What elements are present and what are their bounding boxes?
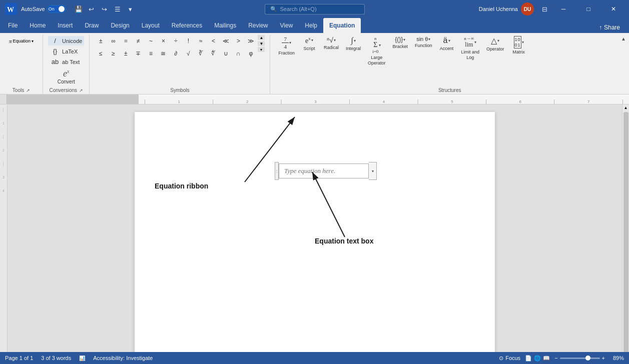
integral-button[interactable]: ∫ ▾ Integral: [343, 35, 364, 52]
matrix-label: Matrix: [512, 50, 525, 55]
sym-equiv[interactable]: ≡: [145, 48, 157, 60]
web-layout-button[interactable]: 🌐: [533, 354, 541, 362]
view-buttons: 📄 🌐 📖: [524, 354, 550, 362]
sym-scroll-up[interactable]: ▲: [258, 35, 265, 40]
sym-inf[interactable]: ∞: [107, 35, 119, 47]
scroll-up-button[interactable]: ▲: [623, 104, 629, 111]
sym-cbrt[interactable]: ∛: [195, 48, 207, 60]
sym-scroll-down[interactable]: ▼: [258, 41, 265, 46]
redo-icon-btn[interactable]: ↪: [99, 4, 110, 14]
radical-button[interactable]: ⁿ√ ▾ Radical: [321, 35, 342, 52]
sym-gt[interactable]: >: [232, 35, 244, 47]
text-button[interactable]: ab ab Text: [48, 57, 82, 66]
tab-design[interactable]: Design: [105, 18, 135, 33]
sym-cong[interactable]: ≅: [157, 48, 169, 60]
sym-gg[interactable]: ≫: [245, 35, 257, 47]
sym-times[interactable]: ×: [157, 35, 169, 47]
focus-button[interactable]: ⊙ Focus: [499, 355, 520, 362]
equation-handle[interactable]: ⋮: [275, 162, 279, 180]
sym-sqrt[interactable]: √: [182, 48, 194, 60]
zoom-thumb[interactable]: [585, 356, 590, 360]
tab-references[interactable]: References: [166, 18, 208, 33]
tab-equation[interactable]: Equation: [323, 18, 361, 33]
sym-eq[interactable]: =: [120, 35, 132, 47]
minimize-button[interactable]: ─: [552, 0, 575, 18]
sym-ll[interactable]: ≪: [220, 35, 232, 47]
sym-leq[interactable]: ≤: [95, 48, 107, 60]
tools-expand-icon[interactable]: ↗: [26, 88, 30, 93]
sym-mp[interactable]: ∓: [132, 48, 144, 60]
autosave-toggle[interactable]: On: [47, 5, 66, 13]
tab-help[interactable]: Help: [299, 18, 323, 33]
sym-cap[interactable]: ∩: [232, 48, 244, 60]
function-button[interactable]: sin θ ▾ Function: [412, 35, 435, 50]
convert-button[interactable]: ex Convert: [54, 68, 79, 86]
script-button[interactable]: ex ▾ Script: [299, 35, 320, 52]
sym-scroll-more[interactable]: ▾: [258, 47, 265, 52]
sym-partial[interactable]: ∂: [170, 48, 182, 60]
undo-icon-btn[interactable]: ↩: [86, 4, 97, 14]
search-box[interactable]: 🔍 Search (Alt+Q): [265, 4, 365, 14]
operator-button[interactable]: △ ▾ Operator: [483, 35, 507, 53]
user-avatar[interactable]: DU: [521, 2, 534, 16]
sym-phi[interactable]: φ: [245, 48, 257, 60]
ribbon-collapse-button[interactable]: ▲: [620, 35, 627, 42]
zoom-in-button[interactable]: +: [602, 355, 605, 361]
sym-4rt[interactable]: ∜: [207, 48, 219, 60]
unicode-button[interactable]: / Unicode: [48, 36, 84, 46]
large-operator-button[interactable]: nΣi=0 ▾ LargeOperator: [365, 35, 389, 67]
sym-approx[interactable]: ≈: [195, 35, 207, 47]
zoom-slider[interactable]: − +: [554, 355, 605, 361]
save-icon-btn[interactable]: 💾: [73, 4, 84, 14]
scroll-thumb[interactable]: [623, 112, 628, 354]
ruler-bar: │ 1 │ 2 │ 3 │ 4 │ 5 │ 6 │ 7 │: [0, 94, 629, 104]
sym-pm[interactable]: ±: [95, 35, 107, 47]
zoom-level[interactable]: 89%: [609, 355, 624, 361]
accessibility-status[interactable]: Accessibility: Investigate: [93, 355, 153, 361]
sym-pm2[interactable]: ±: [120, 48, 132, 60]
left-margin-ruler: │ 1 │ 2 │ 3 4: [0, 104, 8, 362]
list-icon-btn[interactable]: ☰: [112, 4, 123, 14]
maximize-button[interactable]: □: [577, 0, 600, 18]
zoom-track[interactable]: [560, 358, 600, 359]
tab-mailings[interactable]: Mailings: [208, 18, 242, 33]
share-button[interactable]: ↑ Share: [594, 22, 625, 33]
tab-view[interactable]: View: [274, 18, 299, 33]
tab-file[interactable]: File: [2, 18, 24, 33]
latex-button[interactable]: {} LaTeX: [48, 46, 80, 56]
limit-log-button[interactable]: n→∞lim ▾ Limit andLog: [458, 35, 483, 62]
tab-home[interactable]: Home: [24, 18, 52, 33]
title-bar-right: Daniel Uchenna DU ⊟ ─ □ ✕: [470, 0, 625, 18]
sym-lt[interactable]: <: [207, 35, 219, 47]
tab-draw[interactable]: Draw: [79, 18, 105, 33]
vertical-scrollbar[interactable]: ▲ ▼: [622, 104, 629, 362]
sym-div[interactable]: ÷: [170, 35, 182, 47]
sym-tilde[interactable]: ~: [145, 35, 157, 47]
bracket-label: Bracket: [393, 44, 408, 50]
close-button[interactable]: ✕: [602, 0, 625, 18]
equation-input[interactable]: [279, 164, 369, 178]
tab-layout[interactable]: Layout: [136, 18, 166, 33]
sym-neq[interactable]: ≠: [132, 35, 144, 47]
operator-content: △ ▾: [491, 36, 499, 46]
conversions-expand-icon[interactable]: ↗: [79, 88, 83, 93]
equation-arrow: ▾: [32, 39, 34, 44]
sym-geq[interactable]: ≥: [107, 48, 119, 60]
document-area[interactable]: ⋮ ▾ Equation ribbon Equation text box: [8, 104, 622, 362]
equation-dropdown-button[interactable]: ▾: [369, 162, 377, 180]
bracket-button[interactable]: {()} ▾ Bracket: [390, 35, 411, 50]
dropdown-icon-btn[interactable]: ▾: [125, 4, 136, 14]
sym-cup[interactable]: ∪: [220, 48, 232, 60]
tab-review[interactable]: Review: [242, 18, 274, 33]
read-mode-button[interactable]: 📖: [542, 354, 550, 362]
matrix-button[interactable]: 1001 ▾ Matrix: [508, 35, 529, 56]
ribbon-display-icon[interactable]: ⊟: [539, 4, 550, 14]
accent-arrow: ▾: [448, 38, 450, 43]
fraction-button[interactable]: 74 ▾ Fraction: [275, 35, 298, 57]
accent-button[interactable]: ä ▾ Accent: [436, 35, 457, 52]
zoom-out-button[interactable]: −: [554, 355, 557, 361]
print-layout-button[interactable]: 📄: [524, 354, 532, 362]
equation-button[interactable]: π Equation ▾: [5, 36, 38, 46]
tab-insert[interactable]: Insert: [52, 18, 79, 33]
sym-excl[interactable]: !: [182, 35, 194, 47]
